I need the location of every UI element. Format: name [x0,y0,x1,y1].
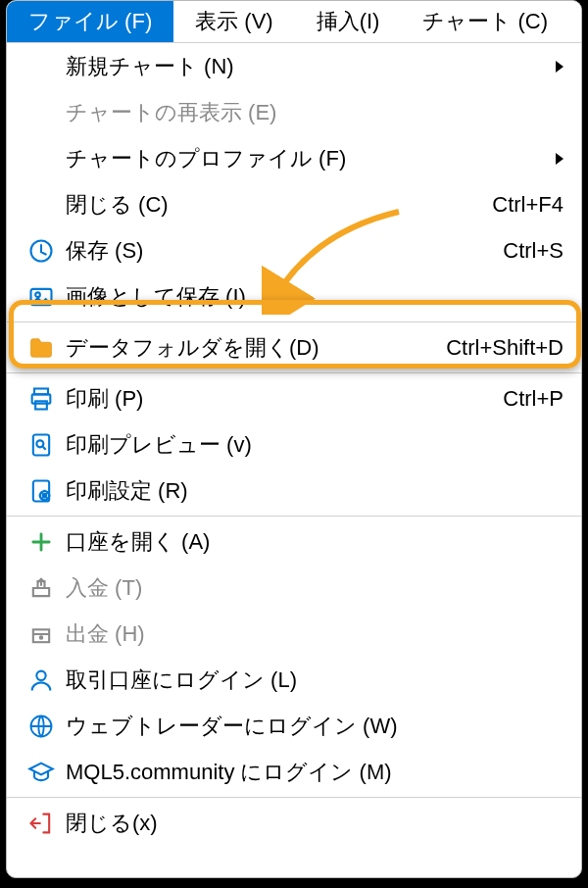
save-icon [17,237,66,265]
menu-save-label: 保存 (S) [66,236,503,266]
menu-login-web[interactable]: ウェブトレーダーにログイン (W) [7,703,581,749]
separator [7,516,581,517]
menu-exit[interactable]: 閉じる(x) [7,800,581,846]
exit-icon [17,810,66,837]
menu-login-mql5[interactable]: MQL5.community にログイン (M) [7,749,581,795]
menu-withdraw-label: 出金 (H) [66,619,564,649]
graduation-icon [17,759,66,786]
menu-withdraw: 出金 (H) [7,611,581,657]
menu-reopen-chart: チャートの再表示 (E) [7,89,581,135]
menubar: ファイル (F) 表示 (V) 挿入(I) チャート (C) [7,1,581,42]
menu-save-image-label: 画像として保存 (I) [66,282,564,312]
submenu-arrow-icon [556,153,564,165]
menu-open-account-label: 口座を開く (A) [66,527,564,557]
menubar-insert-label: 挿入(I) [317,7,380,36]
menu-deposit: 入金 (T) [7,565,581,611]
menu-exit-label: 閉じる(x) [66,809,564,838]
deposit-icon [17,574,66,602]
menu-close[interactable]: 閉じる (C) Ctrl+F4 [7,181,581,227]
menubar-chart-label: チャート (C) [422,7,548,36]
svg-point-13 [36,670,45,679]
menubar-file[interactable]: ファイル (F) [7,1,173,42]
menu-print-setup[interactable]: 印刷設定 (R) [7,468,581,514]
file-menu-window: ファイル (F) 表示 (V) 挿入(I) チャート (C) 新規チャート (N… [6,0,582,878]
print-settings-icon [17,477,66,505]
menu-print-preview-label: 印刷プレビュー (v) [66,430,564,460]
image-icon [17,283,66,311]
menu-save-image[interactable]: 画像として保存 (I) [7,273,581,320]
svg-point-7 [36,440,43,447]
svg-rect-5 [35,401,47,409]
plus-icon [17,528,66,556]
submenu-arrow-icon [556,61,564,73]
menubar-chart[interactable]: チャート (C) [401,1,569,42]
menu-chart-profile-label: チャートのプロファイル (F) [66,144,548,173]
menu-open-account[interactable]: 口座を開く (A) [7,518,581,565]
printer-icon [17,385,66,413]
menu-chart-profile[interactable]: チャートのプロファイル (F) [7,135,581,181]
folder-icon [17,334,66,362]
menu-open-data-folder[interactable]: データフォルダを開く(D) Ctrl+Shift+D [7,324,581,370]
withdraw-icon [17,620,66,648]
menubar-file-label: ファイル (F) [28,7,152,36]
menu-new-chart-label: 新規チャート (N) [66,52,548,81]
menu-login-web-label: ウェブトレーダーにログイン (W) [66,712,564,741]
menu-login-trade-label: 取引口座にログイン (L) [66,666,564,695]
svg-point-12 [40,636,42,638]
menu-close-shortcut: Ctrl+F4 [492,192,564,218]
menubar-view[interactable]: 表示 (V) [173,1,294,42]
menu-deposit-label: 入金 (T) [66,573,564,603]
menu-reopen-chart-label: チャートの再表示 (E) [66,98,564,127]
menu-login-trade[interactable]: 取引口座にログイン (L) [7,657,581,703]
globe-icon [17,713,66,740]
menu-print-preview[interactable]: 印刷プレビュー (v) [7,421,581,468]
file-dropdown: 新規チャート (N) チャートの再表示 (E) チャートのプロファイル (F) … [7,42,581,846]
menubar-view-label: 表示 (V) [195,7,272,36]
menu-print-setup-label: 印刷設定 (R) [66,476,564,506]
separator [7,372,581,373]
menu-new-chart[interactable]: 新規チャート (N) [7,43,581,89]
svg-point-2 [35,292,40,297]
svg-rect-6 [33,434,49,455]
menu-save-shortcut: Ctrl+S [503,238,564,264]
user-icon [17,666,66,694]
print-preview-icon [17,431,66,459]
menu-close-label: 閉じる (C) [66,190,492,220]
menu-open-data-shortcut: Ctrl+Shift+D [446,335,564,361]
menu-print[interactable]: 印刷 (P) Ctrl+P [7,375,581,421]
menu-print-label: 印刷 (P) [66,384,503,414]
menu-open-data-label: データフォルダを開く(D) [66,333,446,363]
separator [7,797,581,798]
separator [7,321,581,322]
menubar-insert[interactable]: 挿入(I) [295,1,402,42]
menu-login-mql5-label: MQL5.community にログイン (M) [66,758,564,787]
menu-print-shortcut: Ctrl+P [503,386,564,412]
svg-point-10 [43,493,47,497]
menu-save[interactable]: 保存 (S) Ctrl+S [7,227,581,273]
